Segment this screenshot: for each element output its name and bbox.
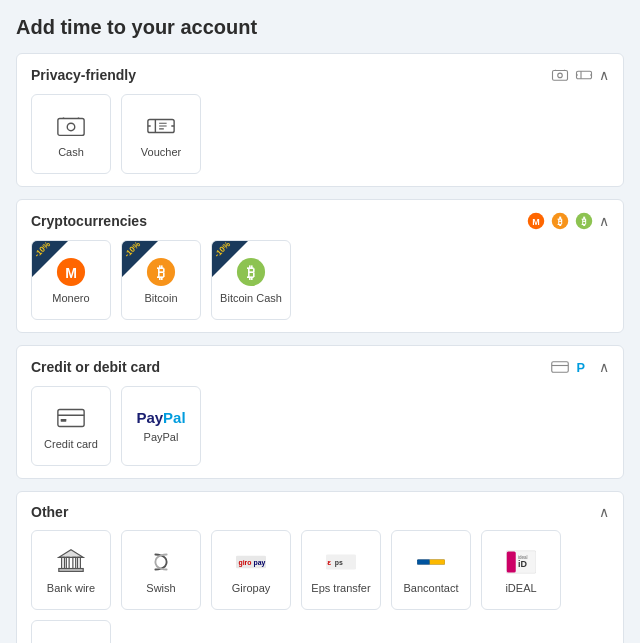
privacy-friendly-options: Cash Voucher: [31, 94, 609, 174]
przelewy24-option[interactable]: Przelewy24 Przelewy24: [31, 620, 111, 643]
other-title: Other: [31, 504, 68, 520]
przelewy24-icon: Przelewy24: [56, 637, 86, 644]
epstransfer-option[interactable]: ε ps Eps transfer: [301, 530, 381, 610]
svg-rect-30: [73, 557, 76, 568]
creditcard-header-icon: [551, 358, 569, 376]
cryptocurrencies-section: Cryptocurrencies M ₿ ₿ ∧ -10%: [16, 199, 624, 333]
privacy-friendly-chevron[interactable]: ∧: [599, 67, 609, 83]
cash-option[interactable]: Cash: [31, 94, 111, 174]
cash-header-icon: [551, 66, 569, 84]
svg-text:giro: giro: [239, 559, 252, 567]
credit-debit-options: Credit card PayPal PayPal: [31, 386, 609, 466]
bank-icon: [56, 547, 86, 577]
svg-rect-28: [62, 557, 65, 568]
svg-rect-26: [61, 418, 67, 421]
bankwire-option[interactable]: Bank wire: [31, 530, 111, 610]
giropay-icon: giro pay: [236, 547, 266, 577]
credit-header-right: P ∧: [551, 358, 609, 376]
bitcoin-header-icon: ₿: [551, 212, 569, 230]
svg-marker-27: [59, 549, 83, 557]
cryptocurrencies-options: -10% M Monero -10% ₿ Bitcoin -10%: [31, 240, 609, 320]
svg-text:P: P: [577, 360, 586, 375]
privacy-friendly-header-right: ∧: [551, 66, 609, 84]
eps-icon: ε ps: [326, 547, 356, 577]
svg-text:M: M: [532, 217, 540, 227]
paypal-header-icon: P: [575, 358, 593, 376]
svg-text:₿: ₿: [247, 263, 255, 280]
swish-option[interactable]: Swish: [121, 530, 201, 610]
svg-text:₿: ₿: [157, 263, 165, 280]
bitcoincash-label: Bitcoin Cash: [220, 292, 282, 304]
svg-text:ε: ε: [327, 558, 331, 567]
credit-debit-title: Credit or debit card: [31, 359, 160, 375]
bitcoin-option[interactable]: -10% ₿ Bitcoin: [121, 240, 201, 320]
giropay-option[interactable]: giro pay Giropay: [211, 530, 291, 610]
credit-debit-section: Credit or debit card P ∧ Credit card Pa: [16, 345, 624, 479]
giropay-label: Giropay: [232, 582, 271, 594]
other-section: Other ∧ Bank wire Swish: [16, 491, 624, 643]
bitcoincash-option[interactable]: -10% ₿ Bitcoin Cash: [211, 240, 291, 320]
svg-rect-2: [577, 71, 592, 79]
bancontact-option[interactable]: Bancontact: [391, 530, 471, 610]
voucher-label: Voucher: [141, 146, 181, 158]
privacy-friendly-section: Privacy-friendly ∧ Cash: [16, 53, 624, 187]
swish-label: Swish: [146, 582, 175, 594]
svg-text:ideal: ideal: [518, 555, 528, 560]
svg-rect-31: [78, 557, 81, 568]
credit-debit-chevron[interactable]: ∧: [599, 359, 609, 375]
cash-label: Cash: [58, 146, 84, 158]
page-title: Add time to your account: [16, 16, 624, 39]
svg-rect-0: [553, 71, 568, 81]
bancontact-icon: [416, 547, 446, 577]
svg-text:ps: ps: [335, 559, 343, 567]
monero-discount-label: -10%: [33, 241, 53, 259]
crypto-header-right: M ₿ ₿ ∧: [527, 212, 609, 230]
voucher-option[interactable]: Voucher: [121, 94, 201, 174]
cash-icon: [56, 111, 86, 141]
svg-rect-43: [507, 551, 516, 572]
svg-rect-41: [430, 559, 445, 564]
svg-point-1: [558, 73, 563, 78]
swish-icon: [146, 547, 176, 577]
ideal-label: iDEAL: [505, 582, 536, 594]
privacy-friendly-title: Privacy-friendly: [31, 67, 136, 83]
svg-rect-21: [552, 362, 569, 373]
other-options: Bank wire Swish giro pay Giropay ε ps: [31, 530, 609, 643]
cryptocurrencies-title: Cryptocurrencies: [31, 213, 147, 229]
bitcoin-discount-label: -10%: [123, 241, 143, 259]
monero-header-icon: M: [527, 212, 545, 230]
bitcoincash-discount-label: -10%: [213, 241, 233, 259]
epstransfer-label: Eps transfer: [311, 582, 370, 594]
svg-rect-3: [58, 118, 84, 135]
svg-rect-32: [59, 568, 83, 571]
svg-rect-29: [66, 557, 69, 568]
other-header-right: ∧: [599, 504, 609, 520]
bitcoin-label: Bitcoin: [144, 292, 177, 304]
paypal-label: PayPal: [144, 431, 179, 443]
svg-text:iD: iD: [518, 559, 528, 569]
bankwire-label: Bank wire: [47, 582, 95, 594]
svg-point-4: [67, 123, 75, 131]
svg-rect-24: [58, 409, 84, 426]
bancontact-label: Bancontact: [403, 582, 458, 594]
bitcoincash-discount-badge: -10%: [212, 241, 248, 277]
creditcard-icon: [56, 403, 86, 433]
svg-rect-40: [417, 559, 430, 564]
other-chevron[interactable]: ∧: [599, 504, 609, 520]
voucher-icon: [146, 111, 176, 141]
cryptocurrencies-chevron[interactable]: ∧: [599, 213, 609, 229]
paypal-icon: PayPal: [136, 409, 185, 426]
voucher-header-icon: [575, 66, 593, 84]
ideal-icon: iD ideal: [506, 547, 536, 577]
bitcoin-discount-badge: -10%: [122, 241, 158, 277]
monero-option[interactable]: -10% M Monero: [31, 240, 111, 320]
svg-text:pay: pay: [254, 559, 266, 567]
monero-discount-badge: -10%: [32, 241, 68, 277]
creditcard-option[interactable]: Credit card: [31, 386, 111, 466]
paypal-option[interactable]: PayPal PayPal: [121, 386, 201, 466]
ideal-option[interactable]: iD ideal iDEAL: [481, 530, 561, 610]
monero-label: Monero: [52, 292, 89, 304]
bitcoincash-header-icon: ₿: [575, 212, 593, 230]
creditcard-label: Credit card: [44, 438, 98, 450]
